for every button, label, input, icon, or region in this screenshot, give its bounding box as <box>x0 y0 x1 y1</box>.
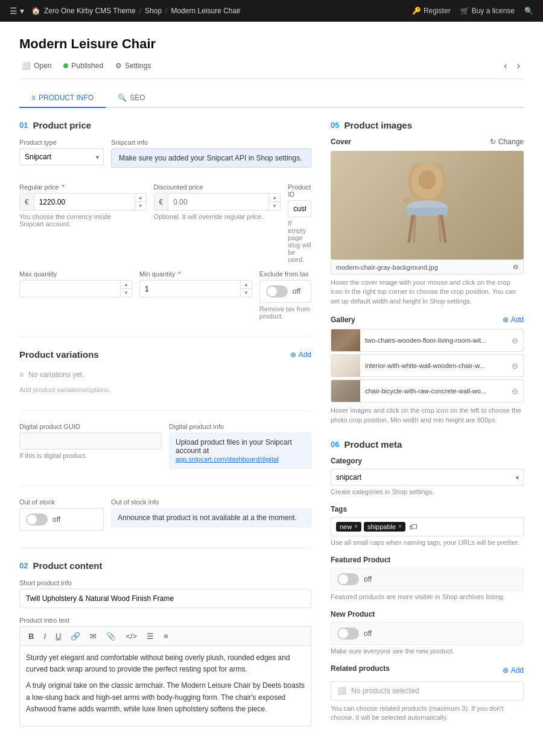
snipcart-info-box: Make sure you added your Snipcart API in… <box>111 148 311 168</box>
editor-ol-button[interactable]: ≡ <box>161 631 171 642</box>
tab-seo[interactable]: 🔍 SEO <box>106 89 157 108</box>
editor-bold-button[interactable]: B <box>26 631 36 642</box>
spin-up-disc[interactable]: ▲ <box>269 194 280 202</box>
gallery-item-name-1: interior-with-white-wall-wooden-chair-w.… <box>360 362 490 369</box>
max-qty-field: Max quantity ▲ ▼ <box>19 270 132 320</box>
editor-underline-button[interactable]: U <box>53 631 63 642</box>
snipcart-dashboard-link[interactable]: app.snipcart.com/dashboard/digital <box>176 456 279 463</box>
hamburger-menu[interactable]: ☰ ▾ <box>10 6 24 16</box>
section-content-label: Product content <box>33 561 102 571</box>
section-images-title: 05 Product images <box>331 120 524 130</box>
exclude-tax-toggle[interactable] <box>266 285 288 297</box>
add-related-button[interactable]: ⊕ Add <box>503 666 524 675</box>
regular-price-label: Regular price * <box>19 183 147 191</box>
out-of-stock-field: Out of stock off <box>19 498 104 531</box>
section-content-title: 02 Product content <box>19 561 311 571</box>
register-link[interactable]: 🔑 Register <box>412 7 451 15</box>
new-product-toggle[interactable] <box>337 627 359 640</box>
section-product-meta: 06 Product meta Category snipcart Create… <box>331 439 524 723</box>
out-of-stock-info-field: Out of stock info Announce that product … <box>111 498 311 531</box>
intro-label: Product intro text <box>19 617 311 624</box>
spin-down-disc[interactable]: ▼ <box>269 202 280 210</box>
tags-label: Tags <box>331 505 524 513</box>
snipcart-info-field: Snipcart info Make sure you added your S… <box>111 139 311 175</box>
svg-line-9 <box>439 216 440 241</box>
page-title: Modern Leisure Chair <box>19 36 524 52</box>
add-gallery-button[interactable]: ⊕ Add <box>503 316 524 324</box>
featured-toggle[interactable] <box>337 573 359 585</box>
editor-email-button[interactable]: ✉ <box>87 631 99 642</box>
editor-toolbar: B I U 🔗 ✉ 📎 </> ☰ ≡ <box>19 626 311 646</box>
editor-content[interactable]: Sturdy yet elegant and comfortable witho… <box>19 646 311 726</box>
new-product-toggle-label: off <box>364 629 372 638</box>
open-button[interactable]: ⬜ Open <box>19 60 54 71</box>
tab-product-info[interactable]: ≡ PRODUCT INFO <box>19 89 106 108</box>
add-variation-label: Add <box>299 351 311 359</box>
section-product-images: 05 Product images Cover ↻ Change <box>331 120 524 425</box>
search-small-icon: 🔍 <box>118 94 127 102</box>
toolbar: ⬜ Open Published ⚙ Settings ‹ › <box>19 59 524 79</box>
product-type-field: Product type Snipcart <box>19 139 104 175</box>
section-price-title: 01 Product price <box>19 120 311 130</box>
tag-new-remove[interactable]: × <box>354 523 358 530</box>
new-product-toggle-row: off <box>331 622 524 645</box>
min-qty-input[interactable] <box>140 281 240 297</box>
home-icon: 🏠 <box>31 7 40 15</box>
gallery-remove-0[interactable]: ⊖ <box>507 331 523 350</box>
breadcrumb-root[interactable]: Zero One Kirby CMS Theme <box>44 7 136 15</box>
editor-file-button[interactable]: 📎 <box>104 631 118 642</box>
spin-down-max[interactable]: ▼ <box>121 289 132 297</box>
editor-code-button[interactable]: </> <box>123 631 139 642</box>
add-variation-button[interactable]: ⊕ Add <box>290 351 311 359</box>
cart-icon: 🛒 <box>460 7 469 15</box>
digital-guid-input[interactable] <box>19 433 162 449</box>
stock-toggle[interactable] <box>26 513 48 526</box>
regular-price-input[interactable] <box>34 194 135 210</box>
section-stock: Out of stock off Out of stock info Annou… <box>19 498 311 531</box>
short-info-input[interactable] <box>19 589 311 608</box>
product-id-label: Product ID <box>288 183 311 198</box>
breadcrumb-current: Modern Leisure Chair <box>171 7 240 15</box>
tag-shippable: shippable × <box>364 522 405 532</box>
right-column: 05 Product images Cover ↻ Change <box>331 120 524 743</box>
next-button[interactable]: › <box>513 59 524 72</box>
gallery-item-1: interior-with-white-wall-wooden-chair-w.… <box>331 354 524 377</box>
product-type-select[interactable]: Snipcart <box>19 148 104 165</box>
change-cover-button[interactable]: ↻ Change <box>490 138 524 146</box>
spin-up-max[interactable]: ▲ <box>121 281 132 289</box>
svg-point-10 <box>402 197 413 204</box>
category-select[interactable]: snipcart <box>331 469 524 486</box>
editor-ul-button[interactable]: ☰ <box>144 631 156 642</box>
category-section: Category snipcart Create categories in S… <box>331 457 524 495</box>
tags-section: Tags new × shippable × 🏷 Use all small c… <box>331 505 524 546</box>
gallery-remove-1[interactable]: ⊖ <box>507 357 523 375</box>
spin-up-min[interactable]: ▲ <box>241 281 252 289</box>
buy-license-link[interactable]: 🛒 Buy a license <box>460 7 515 15</box>
spin-down-min[interactable]: ▼ <box>241 289 252 297</box>
search-icon[interactable]: 🔍 <box>524 7 533 15</box>
tag-shippable-remove[interactable]: × <box>398 523 402 530</box>
variations-header: Product variations ⊕ Add <box>19 349 311 360</box>
cover-filename-text: modern-chair-gray-background.jpg <box>336 264 438 271</box>
max-qty-spinner: ▲ ▼ <box>120 281 132 297</box>
short-info-group: Short product info <box>19 579 311 608</box>
tag-new: new × <box>336 522 361 532</box>
breadcrumb-shop[interactable]: Shop <box>145 7 162 15</box>
variations-title: Product variations <box>19 349 99 360</box>
spin-down[interactable]: ▼ <box>135 202 146 210</box>
max-qty-input[interactable] <box>20 281 120 297</box>
min-qty-input-wrap: ▲ ▼ <box>139 280 252 297</box>
featured-label: Featured Product <box>331 556 524 564</box>
discounted-price-input[interactable] <box>168 194 268 210</box>
spin-up[interactable]: ▲ <box>135 194 146 202</box>
section-images-label: Product images <box>344 120 412 130</box>
product-id-input[interactable] <box>288 200 311 217</box>
add-tag-button[interactable]: 🏷 <box>409 522 418 532</box>
gallery-remove-2[interactable]: ⊖ <box>507 382 523 401</box>
editor-italic-button[interactable]: I <box>41 631 48 642</box>
settings-button[interactable]: ⚙ Settings <box>113 60 153 71</box>
exclude-tax-toggle-label: off <box>293 287 300 296</box>
editor-link-button[interactable]: 🔗 <box>68 631 83 642</box>
cover-remove-icon[interactable]: ⊖ <box>513 263 518 271</box>
prev-button[interactable]: ‹ <box>500 59 510 72</box>
